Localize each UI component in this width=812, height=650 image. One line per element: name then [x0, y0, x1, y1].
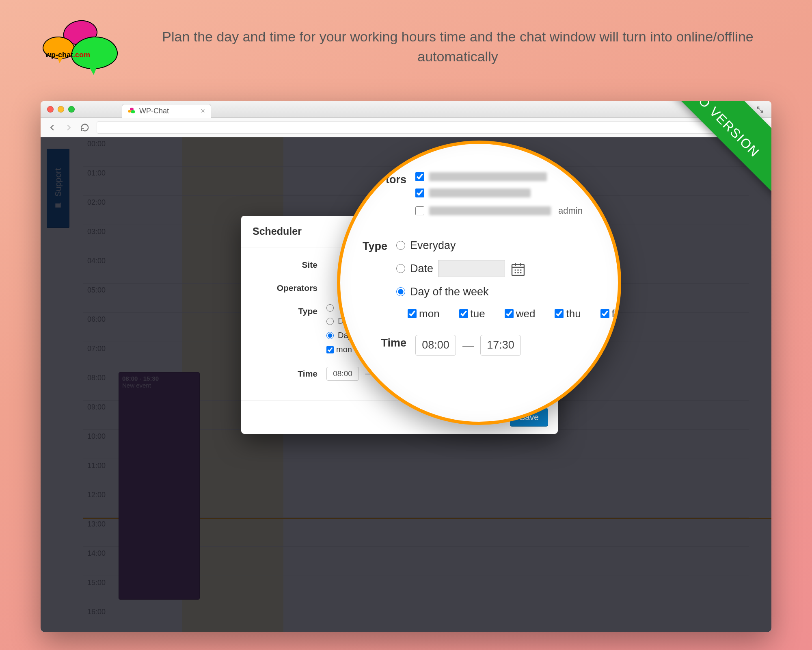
time-label: Time: [253, 367, 326, 379]
day-checkbox-mon[interactable]: [326, 346, 334, 353]
type-radio-dayofweek[interactable]: [326, 332, 334, 339]
site-label: Site: [253, 258, 326, 270]
operator-checkbox-3[interactable]: [415, 206, 424, 215]
back-button[interactable]: [48, 123, 57, 132]
mag-radio-date[interactable]: [396, 264, 405, 273]
operator-email-2: [429, 188, 531, 197]
admin-badge: admin: [558, 205, 583, 217]
time-from-input[interactable]: [326, 367, 359, 381]
promo-header: wp-chat.com Plan the day and time for yo…: [41, 20, 771, 73]
browser-toolbar: [41, 118, 771, 137]
calendar-icon[interactable]: [510, 261, 526, 276]
reload-button[interactable]: [80, 123, 89, 132]
operator-checkbox-2[interactable]: [415, 188, 424, 197]
mag-day-fri[interactable]: [600, 309, 609, 318]
tab-title: WP-Chat: [139, 107, 169, 115]
window-controls[interactable]: [47, 106, 75, 113]
promo-tagline: Plan the day and time for your working h…: [144, 27, 771, 67]
date-input[interactable]: [438, 260, 505, 277]
browser-tab[interactable]: WP-Chat ×: [122, 104, 211, 118]
tab-close-icon[interactable]: ×: [201, 107, 205, 115]
close-window-icon[interactable]: [47, 106, 54, 113]
mag-radio-everyday[interactable]: [396, 241, 405, 250]
maximize-window-icon[interactable]: [68, 106, 75, 113]
fullscreen-icon[interactable]: [756, 106, 764, 114]
mag-radio-dayofweek[interactable]: [396, 287, 405, 296]
operator-checkbox-1[interactable]: [415, 172, 424, 181]
browser-window: PRO VERSION WP-Chat × Support: [41, 101, 771, 632]
mag-time-label: Time: [363, 335, 415, 350]
minimize-window-icon[interactable]: [58, 106, 64, 113]
type-label: Type: [253, 304, 326, 316]
wp-chat-logo: wp-chat.com: [41, 20, 120, 73]
browser-titlebar: WP-Chat ×: [41, 101, 771, 118]
magnifier-lens: tors admin Type Everyday Date: [337, 141, 621, 425]
mag-time-from[interactable]: 08:00: [415, 335, 456, 356]
mag-time-to[interactable]: 17:30: [480, 335, 521, 356]
mag-day-wed[interactable]: [505, 309, 514, 318]
page-viewport: Support 00:0001:0002:0003:0004:0005:0006…: [41, 137, 771, 632]
mag-type-label: Type: [363, 238, 396, 254]
favicon-icon: [128, 108, 135, 115]
mag-day-tue[interactable]: [459, 309, 468, 318]
operator-email-1: [429, 172, 547, 181]
forward-button[interactable]: [64, 123, 73, 132]
mag-day-mon[interactable]: [408, 309, 417, 318]
address-bar[interactable]: [97, 121, 746, 134]
operators-label: Operators: [253, 281, 326, 293]
operator-email-3: [429, 206, 551, 215]
type-radio-everyday[interactable]: [326, 304, 334, 312]
mag-day-thu[interactable]: [555, 309, 564, 318]
type-radio-date[interactable]: [326, 318, 334, 325]
